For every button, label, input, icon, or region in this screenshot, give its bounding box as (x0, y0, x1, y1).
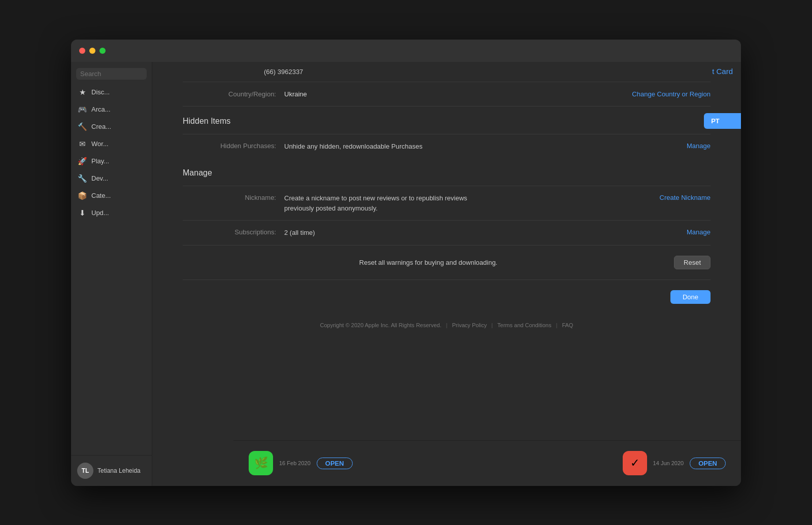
sidebar-item-label: Upd... (91, 209, 109, 217)
scroll-area: (66) 3962337 Country/Region: Ukraine Cha… (152, 62, 741, 486)
traffic-lights (79, 48, 106, 54)
avatar: TL (77, 463, 93, 479)
manage-section: Manage Nickname: Create a nickname to po… (183, 158, 710, 245)
app-info-1: 16 Feb 2020 (279, 460, 311, 466)
sidebar-item-create[interactable]: 🔨 Crea... (71, 118, 152, 135)
hidden-purchases-label: Hidden Purchases: (183, 142, 284, 150)
open-button-1[interactable]: OPEN (317, 458, 353, 469)
app-icon-1: 🌿 (249, 451, 273, 475)
app-card-1: 🌿 16 Feb 2020 OPEN (249, 451, 353, 475)
sidebar-item-label: Play... (91, 157, 109, 165)
sidebar-item-label: Cate... (91, 192, 111, 199)
hidden-purchases-row: Hidden Purchases: Unhide any hidden, red… (183, 134, 710, 159)
sidebar-user[interactable]: TL Tetiana Leheida (71, 455, 152, 486)
paper-plane-icon: ✉ (77, 139, 87, 149)
country-label: Country/Region: (183, 90, 284, 98)
change-country-link[interactable]: Change Country or Region (632, 90, 710, 98)
sidebar-item-categories[interactable]: 📦 Cate... (71, 187, 152, 204)
sidebar-item-play[interactable]: 🚀 Play... (71, 153, 152, 170)
subscriptions-label: Subscriptions: (183, 228, 284, 236)
app-card-2: ✓ 14 Jun 2020 OPEN (623, 451, 726, 475)
phone-row: (66) 3962337 (183, 62, 710, 82)
nickname-label: Nickname: (183, 193, 284, 201)
sidebar-item-label: Wor... (91, 140, 109, 148)
hammer-icon: 🔨 (77, 122, 87, 131)
footer: Copyright © 2020 Apple Inc. All Rights R… (183, 314, 710, 338)
star-icon: ★ (77, 88, 87, 97)
sidebar-item-discover[interactable]: ★ Disc... (71, 84, 152, 101)
sidebar-item-develop[interactable]: 🔧 Dev... (71, 170, 152, 187)
app-date-1: 16 Feb 2020 (279, 460, 311, 466)
sidebar-item-work[interactable]: ✉ Wor... (71, 135, 152, 153)
footer-separator-1: | (446, 322, 448, 328)
wrench-icon: 🔧 (77, 174, 87, 183)
done-row: Done (183, 279, 710, 314)
nickname-row: Nickname: Create a nickname to post new … (183, 186, 710, 220)
nickname-value: Create a nickname to post new reviews or… (284, 193, 660, 213)
app-info-2: 14 Jun 2020 (653, 460, 684, 466)
faq-link[interactable]: FAQ (562, 322, 573, 328)
download-icon: ⬇ (77, 208, 87, 218)
categories-icon: 📦 (77, 191, 87, 200)
hidden-items-section: Hidden Items Hidden Purchases: Unhide an… (183, 107, 710, 159)
sidebar-item-arcade[interactable]: 🎮 Arca... (71, 101, 152, 118)
manage-subscriptions-link[interactable]: Manage (687, 228, 710, 236)
open-button-2[interactable]: OPEN (690, 458, 726, 469)
hidden-purchases-value: Unhide any hidden, redownloadable Purcha… (284, 142, 687, 152)
close-button[interactable] (79, 48, 85, 54)
manage-hidden-link[interactable]: Manage (687, 142, 710, 150)
sidebar-item-updates[interactable]: ⬇ Upd... (71, 204, 152, 222)
terms-link[interactable]: Terms and Conditions (497, 322, 551, 328)
reset-row: Reset all warnings for buying and downlo… (183, 245, 710, 279)
sidebar-item-label: Dev... (91, 174, 108, 182)
rocket-icon: 🚀 (77, 157, 87, 166)
right-partial: t Card PT (704, 62, 741, 129)
phone-number: (66) 3962337 (264, 68, 303, 76)
privacy-policy-link[interactable]: Privacy Policy (452, 322, 487, 328)
main-content: (66) 3962337 Country/Region: Ukraine Cha… (152, 40, 741, 486)
pt-partial-button[interactable]: PT (704, 113, 741, 129)
subscriptions-row: Subscriptions: 2 (all time) Manage (183, 220, 710, 245)
titlebar (71, 40, 741, 62)
sidebar-item-label: Crea... (91, 123, 111, 130)
subscriptions-value: 2 (all time) (284, 228, 687, 238)
username-label: Tetiana Leheida (97, 467, 141, 474)
app-date-2: 14 Jun 2020 (653, 460, 684, 466)
card-partial-label[interactable]: t Card (704, 62, 741, 81)
sidebar-item-label: Arca... (91, 106, 111, 113)
arcade-icon: 🎮 (77, 105, 87, 114)
create-nickname-link[interactable]: Create Nickname (660, 193, 710, 201)
app-bottom-row: 🌿 16 Feb 2020 OPEN ✓ 14 Jun 2020 OPEN (233, 440, 741, 486)
app-icon-2: ✓ (623, 451, 647, 475)
done-button[interactable]: Done (670, 290, 710, 304)
footer-separator-3: | (556, 322, 557, 328)
footer-separator-2: | (491, 322, 493, 328)
maximize-button[interactable] (99, 48, 106, 54)
manage-title: Manage (183, 168, 710, 178)
reset-button[interactable]: Reset (674, 256, 710, 269)
hidden-items-title: Hidden Items (183, 117, 710, 126)
minimize-button[interactable] (89, 48, 95, 54)
country-value: Ukraine (284, 90, 632, 98)
country-row: Country/Region: Ukraine Change Country o… (183, 82, 710, 107)
reset-text: Reset all warnings for buying and downlo… (183, 259, 674, 266)
search-input[interactable] (76, 68, 147, 80)
copyright-text: Copyright © 2020 Apple Inc. All Rights R… (320, 322, 442, 328)
sidebar-item-label: Disc... (91, 88, 110, 96)
sidebar: ★ Disc... 🎮 Arca... 🔨 Crea... ✉ Wor... 🚀… (71, 40, 152, 486)
